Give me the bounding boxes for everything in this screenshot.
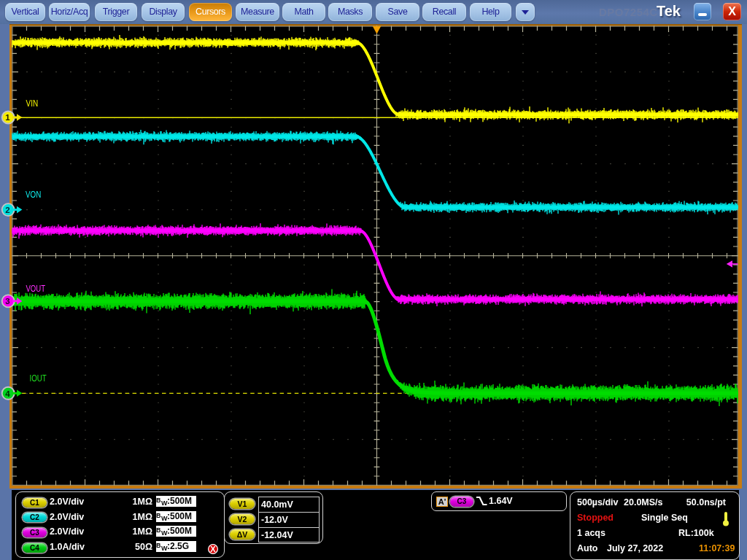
svg-text:VOUT: VOUT xyxy=(26,283,45,294)
svg-text:3: 3 xyxy=(5,297,9,306)
svg-text:1: 1 xyxy=(5,113,10,122)
svg-text:VIN: VIN xyxy=(26,98,39,109)
svg-text:2: 2 xyxy=(5,206,9,214)
svg-text:4: 4 xyxy=(5,389,10,398)
svg-text:VON: VON xyxy=(26,189,41,200)
svg-text:X: X xyxy=(210,545,216,553)
svg-text:IOUT: IOUT xyxy=(30,373,47,384)
